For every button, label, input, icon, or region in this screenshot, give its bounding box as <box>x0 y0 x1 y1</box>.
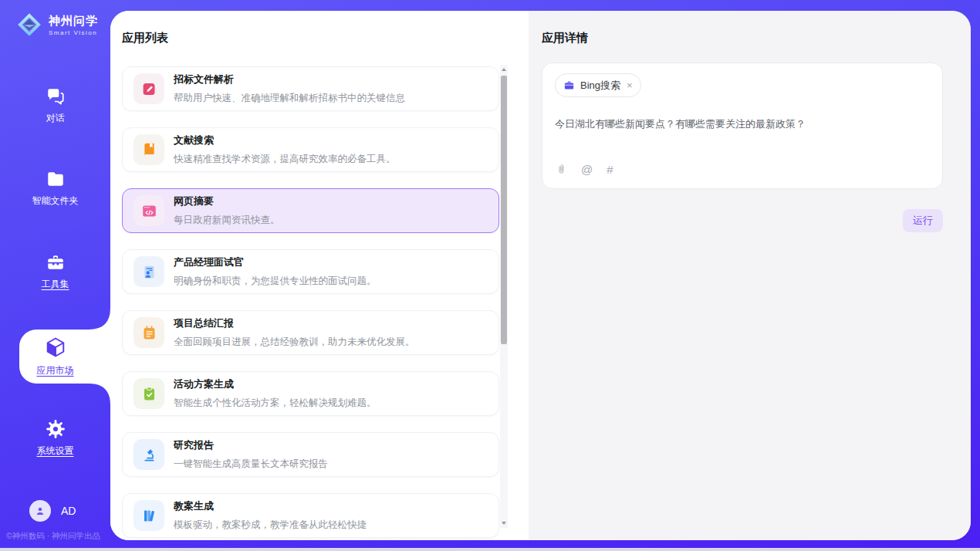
app-card-title: 项目总结汇报 <box>174 316 415 330</box>
app-card-desc: 一键智能生成高质量长文本研究报告 <box>174 458 328 471</box>
sidebar-item-settings[interactable]: 系统设置 <box>0 419 110 458</box>
sidebar-item-label: 系统设置 <box>37 445 74 458</box>
clipboard-check-icon <box>133 378 164 409</box>
app-card-title: 招标文件解析 <box>174 73 405 86</box>
app-card-desc: 全面回顾项目进展，总结经验教训，助力未来优化发展。 <box>174 336 415 349</box>
sidebar-item-label: 工具集 <box>42 278 69 291</box>
app-card-title: 产品经理面试官 <box>174 255 377 269</box>
app-card-desc: 模板驱动，教案秒成，教学准备从此轻松快捷 <box>174 519 367 532</box>
browser-code-icon <box>133 195 164 226</box>
folder-icon <box>46 169 66 189</box>
app-list-section: 应用列表 招标文件解析 帮助用户快速、准确地理解和解析招标书中的关键信息 文献搜… <box>110 11 529 540</box>
app-card-title: 网页摘要 <box>174 194 280 208</box>
interviewer-icon <box>133 256 164 287</box>
app-card-research-report[interactable]: 研究报告 一键智能生成高质量长文本研究报告 <box>122 432 499 477</box>
attachment-toolbar: @ # <box>556 163 613 176</box>
sidebar-item-label: 应用市场 <box>37 364 74 377</box>
hash-icon[interactable]: # <box>607 164 613 175</box>
sidebar-item-chat[interactable]: 对话 <box>0 86 110 125</box>
app-card-title: 活动方案生成 <box>174 377 377 391</box>
book-icon <box>133 134 164 165</box>
app-card-lesson-plan[interactable]: 教案生成 模板驱动，教案秒成，教学准备从此轻松快捷 <box>122 493 499 538</box>
sidebar-item-smart-folder[interactable]: 智能文件夹 <box>0 169 110 208</box>
close-icon[interactable]: × <box>627 79 633 91</box>
query-editor[interactable]: Bing搜索 × 今日湖北有哪些新闻要点？有哪些需要关注的最新政策？ @ # <box>542 63 943 189</box>
app-detail-title: 应用详情 <box>542 31 588 46</box>
sidebar-item-label: 对话 <box>46 112 65 125</box>
brand-logo: 神州问学 Smart Vision <box>15 11 98 39</box>
tool-chip-bing-search[interactable]: Bing搜索 × <box>555 73 641 97</box>
app-list-title: 应用列表 <box>122 31 168 46</box>
at-sign-icon[interactable]: @ <box>581 164 593 175</box>
gear-icon <box>46 419 66 439</box>
sidebar-item-label: 智能文件夹 <box>32 194 79 208</box>
app-card-project-summary[interactable]: 项目总结汇报 全面回顾项目进展，总结经验教训，助力未来优化发展。 <box>122 310 499 355</box>
main-panel: 应用列表 招标文件解析 帮助用户快速、准确地理解和解析招标书中的关键信息 文献搜… <box>110 11 971 540</box>
list-scrollbar[interactable] <box>500 65 508 528</box>
user-name: AD <box>61 505 76 517</box>
app-card-desc: 快速精准查找学术资源，提高研究效率的必备工具。 <box>174 153 396 166</box>
app-card-literature-search[interactable]: 文献搜索 快速精准查找学术资源，提高研究效率的必备工具。 <box>122 127 499 172</box>
sidebar-item-app-market[interactable]: 应用市场 <box>0 336 110 377</box>
app-card-list: 招标文件解析 帮助用户快速、准确地理解和解析招标书中的关键信息 文献搜索 快速精… <box>122 66 499 540</box>
app-card-title: 文献搜索 <box>174 134 396 147</box>
user-row: AD <box>29 500 76 522</box>
bottom-edge-strip <box>0 548 980 551</box>
app-card-pm-interviewer[interactable]: 产品经理面试官 明确身份和职责，为您提供专业性的面试问题。 <box>122 249 499 294</box>
paperclip-icon[interactable] <box>556 163 567 176</box>
app-card-desc: 帮助用户快速、准确地理解和解析招标书中的关键信息 <box>174 92 405 105</box>
run-button[interactable]: 运行 <box>903 209 943 232</box>
chat-icon <box>46 86 66 106</box>
scroll-down-arrow[interactable] <box>500 519 508 528</box>
copyright-footer: ©神州数码 · 神州问学出品 <box>6 531 114 542</box>
app-card-bid-parse[interactable]: 招标文件解析 帮助用户快速、准确地理解和解析招标书中的关键信息 <box>122 66 499 111</box>
tool-chip-label: Bing搜索 <box>580 79 620 93</box>
logo-diamond-icon <box>15 11 43 39</box>
cube-icon <box>44 336 67 359</box>
sidebar: 神州问学 Smart Vision 对话 智能文件夹 工具集 应用市场 系统设置 <box>0 0 110 551</box>
app-card-title: 研究报告 <box>174 438 328 452</box>
query-text[interactable]: 今日湖北有哪些新闻要点？有哪些需要关注的最新政策？ <box>555 117 925 131</box>
microscope-icon <box>133 439 164 470</box>
app-card-desc: 智能生成个性化活动方案，轻松解决规划难题。 <box>174 397 377 410</box>
app-card-event-plan[interactable]: 活动方案生成 智能生成个性化活动方案，轻松解决规划难题。 <box>122 371 499 416</box>
app-card-desc: 明确身份和职责，为您提供专业性的面试问题。 <box>174 275 377 288</box>
avatar[interactable] <box>29 500 51 522</box>
edit-document-icon <box>133 73 164 104</box>
briefcase-icon <box>563 79 575 91</box>
notepad-icon <box>133 317 164 348</box>
brand-subtitle: Smart Vision <box>49 29 98 36</box>
toolbox-icon <box>46 252 66 272</box>
app-card-desc: 每日政府新闻资讯快查。 <box>174 214 280 227</box>
scroll-up-arrow[interactable] <box>500 65 508 74</box>
sidebar-item-toolset[interactable]: 工具集 <box>0 252 110 291</box>
scrollbar-thumb[interactable] <box>501 76 507 344</box>
app-detail-section: 应用详情 Bing搜索 × 今日湖北有哪些新闻要点？有哪些需要关注的最新政策？ … <box>529 11 971 540</box>
books-icon <box>133 500 164 531</box>
app-card-web-summary[interactable]: 网页摘要 每日政府新闻资讯快查。 <box>122 188 499 233</box>
brand-name: 神州问学 <box>49 14 98 28</box>
app-card-title: 教案生成 <box>174 499 367 513</box>
